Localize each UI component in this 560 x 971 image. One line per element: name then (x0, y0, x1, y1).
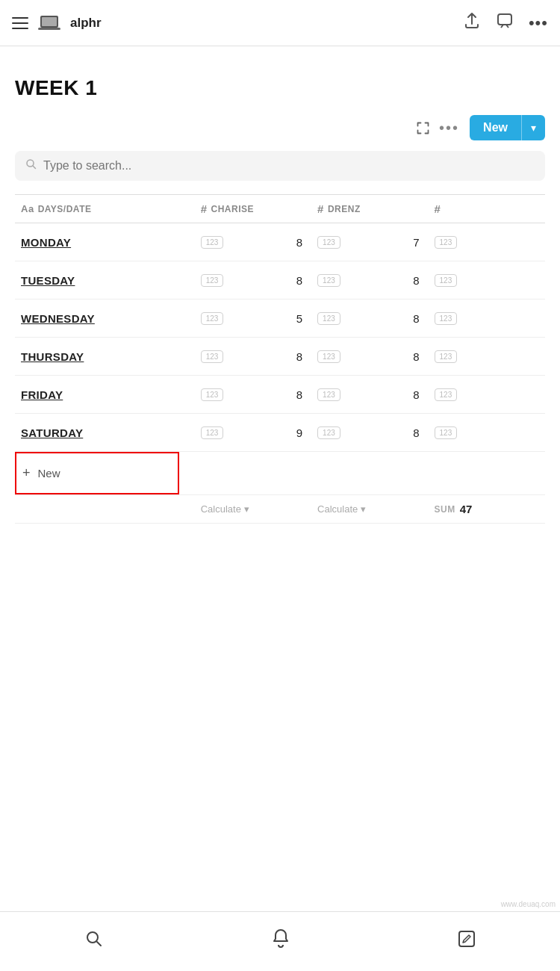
drenz-cell[interactable]: 1238 (311, 261, 428, 300)
calculate-charise-btn[interactable]: Calculate ▾ (201, 503, 305, 515)
svg-rect-2 (38, 28, 60, 30)
hash-icon-charise: # (201, 202, 208, 215)
new-button[interactable]: New (470, 115, 521, 140)
col-charise-label: CHARISE (211, 204, 255, 214)
add-new-row: + New (15, 452, 545, 495)
drenz-cell[interactable]: 1238 (311, 300, 428, 338)
brand-icon (37, 11, 61, 35)
day-cell[interactable]: TUESDAY (15, 261, 195, 300)
search-nav-icon (84, 928, 105, 955)
main-content: WEEK 1 ••• New ▾ (0, 46, 560, 524)
top-bar-right: ••• (463, 12, 548, 34)
calc-empty-cell (15, 495, 195, 524)
day-cell[interactable]: SATURDAY (15, 414, 195, 452)
cell-badge-gray: 123 (435, 274, 458, 287)
table-header-row: Aa DAYS/DATE # CHARISE # DRENZ (15, 195, 545, 223)
day-cell[interactable]: MONDAY (15, 223, 195, 261)
drenz-cell[interactable]: 1237 (311, 223, 428, 261)
table-row: MONDAY12381237123 (15, 223, 545, 261)
add-new-button[interactable]: + New (15, 452, 179, 494)
add-new-label: New (38, 467, 60, 480)
col4-cell[interactable]: 123 (429, 338, 545, 376)
cell-badge: 123 (201, 350, 224, 363)
svg-rect-6 (459, 931, 474, 946)
cell-value-drenz: 8 (413, 388, 422, 401)
cell-badge-gray: 123 (435, 350, 458, 363)
more-options-icon[interactable]: ••• (439, 120, 459, 137)
hamburger-icon[interactable] (12, 17, 28, 29)
charise-cell[interactable]: 1238 (195, 261, 311, 300)
charise-cell[interactable]: 1235 (195, 300, 311, 338)
search-bar (15, 151, 545, 181)
col4-cell[interactable]: 123 (429, 261, 545, 300)
toolbar-row: ••• New ▾ (15, 115, 545, 140)
cell-value-drenz: 8 (413, 350, 422, 363)
calculate-label-2: Calculate (317, 503, 358, 515)
drenz-cell[interactable]: 1238 (311, 338, 428, 376)
nav-search[interactable] (66, 922, 122, 961)
day-cell[interactable]: FRIDAY (15, 376, 195, 414)
cell-badge: 123 (317, 350, 340, 363)
calculate-drenz-btn[interactable]: Calculate ▾ (317, 503, 422, 515)
cell-value-charise: 9 (296, 426, 305, 439)
col-days-label: DAYS/DATE (38, 204, 92, 214)
table-row: SATURDAY12391238123 (15, 414, 545, 452)
more-icon[interactable]: ••• (529, 13, 548, 33)
day-cell[interactable]: THURSDAY (15, 338, 195, 376)
cell-badge: 123 (201, 312, 224, 325)
charise-cell[interactable]: 1238 (195, 223, 311, 261)
cell-value-charise: 8 (296, 236, 305, 249)
charise-cell[interactable]: 1238 (195, 338, 311, 376)
search-icon (25, 158, 37, 173)
brand-name: alphr (70, 16, 102, 31)
search-input[interactable] (43, 159, 535, 173)
cell-badge: 123 (201, 388, 224, 401)
col4-cell[interactable]: 123 (429, 300, 545, 338)
aa-icon: Aa (21, 203, 34, 214)
dropdown-arrow-icon: ▾ (531, 122, 536, 134)
table-row: TUESDAY12381238123 (15, 261, 545, 300)
cell-value-drenz: 7 (413, 236, 422, 249)
edit-nav-icon (457, 929, 476, 954)
calculate-label: Calculate (201, 503, 241, 515)
nav-bell[interactable] (253, 922, 308, 961)
cell-badge: 123 (317, 388, 340, 401)
drenz-cell[interactable]: 1238 (311, 376, 428, 414)
sum-label: SUM (435, 504, 455, 515)
new-button-wrapper: New ▾ (470, 115, 545, 140)
table-row: FRIDAY12381238123 (15, 376, 545, 414)
watermark: www.deuaq.com (501, 900, 556, 908)
calculate-chevron-icon-2: ▾ (361, 503, 366, 515)
calculate-row: Calculate ▾ Calculate ▾ SUM 47 (15, 495, 545, 524)
svg-rect-1 (42, 17, 57, 26)
hash-icon-4: # (435, 202, 441, 215)
cell-badge: 123 (201, 426, 224, 439)
cell-badge-gray: 123 (435, 236, 458, 249)
charise-cell[interactable]: 1238 (195, 376, 311, 414)
cell-badge: 123 (317, 426, 340, 439)
table-row: WEDNESDAY12351238123 (15, 300, 545, 338)
col4-cell[interactable]: 123 (429, 223, 545, 261)
share-icon[interactable] (463, 12, 481, 34)
calc-charise-cell[interactable]: Calculate ▾ (195, 495, 311, 524)
cell-badge: 123 (317, 236, 340, 249)
day-cell[interactable]: WEDNESDAY (15, 300, 195, 338)
nav-edit[interactable] (439, 923, 494, 960)
charise-cell[interactable]: 1239 (195, 414, 311, 452)
cell-value-charise: 8 (296, 274, 305, 287)
cell-value-charise: 8 (296, 350, 305, 363)
col4-cell[interactable]: 123 (429, 414, 545, 452)
col4-cell[interactable]: 123 (429, 376, 545, 414)
calc-drenz-cell[interactable]: Calculate ▾ (311, 495, 428, 524)
bell-nav-icon (271, 928, 290, 955)
col-header-drenz: # DRENZ (311, 195, 428, 223)
data-table: Aa DAYS/DATE # CHARISE # DRENZ (15, 195, 545, 524)
new-button-dropdown[interactable]: ▾ (521, 115, 545, 140)
col-header-charise: # CHARISE (195, 195, 311, 223)
expand-icon[interactable] (412, 120, 431, 135)
chat-icon[interactable] (496, 12, 514, 34)
cell-badge: 123 (317, 312, 340, 325)
drenz-cell[interactable]: 1238 (311, 414, 428, 452)
cell-value-drenz: 8 (413, 274, 422, 287)
top-bar: alphr ••• (0, 0, 560, 46)
